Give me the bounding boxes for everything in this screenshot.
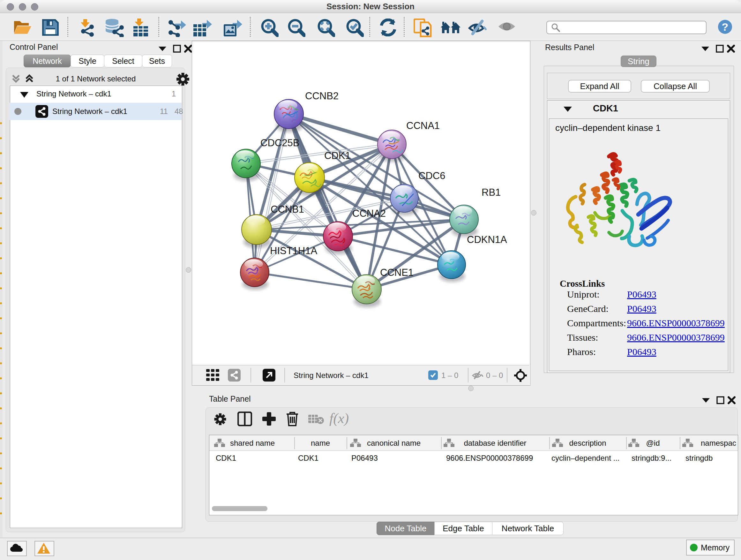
svg-text:CDK1: CDK1 (324, 150, 351, 161)
svg-text:CCNA1: CCNA1 (406, 120, 440, 131)
svg-text:CDC25B: CDC25B (260, 137, 299, 148)
svg-text:CCNB2: CCNB2 (305, 90, 339, 102)
svg-text:CDC6: CDC6 (418, 170, 445, 181)
svg-text:CCNE1: CCNE1 (380, 267, 414, 278)
svg-text:CCNA2: CCNA2 (352, 208, 386, 219)
svg-text:CCNB1: CCNB1 (271, 204, 304, 215)
svg-text:HIST1H1A: HIST1H1A (270, 245, 317, 256)
svg-text:CDKN1A: CDKN1A (467, 234, 507, 245)
svg-text:RB1: RB1 (482, 187, 501, 198)
